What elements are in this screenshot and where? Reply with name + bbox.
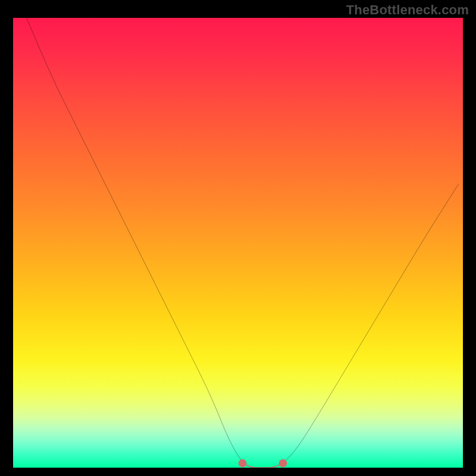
highlight-end-dot [279, 459, 287, 468]
optimal-range-markers [13, 18, 463, 468]
highlight-band-path [243, 463, 283, 468]
plot-area [13, 18, 463, 468]
marker-dots [239, 459, 287, 468]
chart-frame: TheBottleneck.com [0, 0, 476, 476]
plot-outer [13, 18, 463, 468]
highlight-end-dot [239, 459, 247, 468]
watermark-text: TheBottleneck.com [346, 2, 469, 18]
